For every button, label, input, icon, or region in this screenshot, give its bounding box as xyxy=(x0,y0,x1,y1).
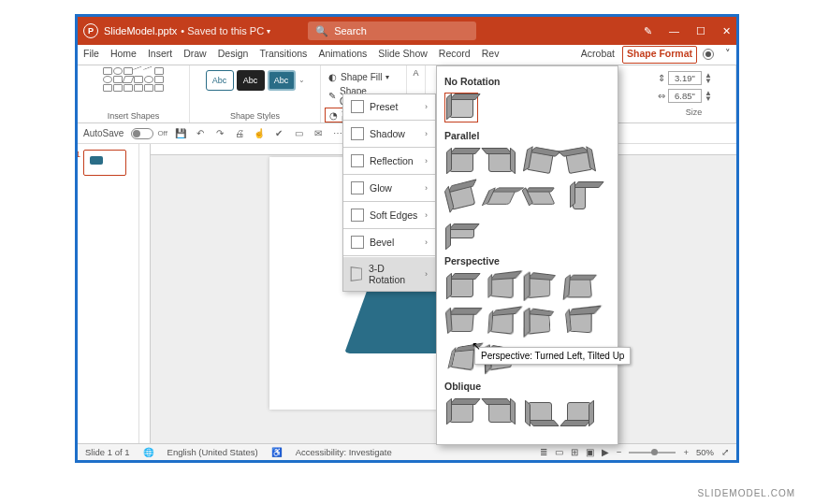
effects-shadow[interactable]: Shadow› xyxy=(343,122,435,146)
rotation-parallel-3[interactable] xyxy=(523,147,557,177)
tab-file[interactable]: File xyxy=(78,45,105,65)
new-icon[interactable]: ▭ xyxy=(293,127,305,139)
effects-reflection[interactable]: Reflection› xyxy=(343,149,435,173)
effects-preset[interactable]: Preset› xyxy=(343,94,435,119)
tab-animations[interactable]: Animations xyxy=(313,45,372,65)
rotation-oblique-1[interactable] xyxy=(444,397,478,427)
search-box[interactable]: 🔍 xyxy=(308,22,476,40)
print-icon[interactable]: 🖨 xyxy=(234,127,246,139)
tab-design[interactable]: Design xyxy=(212,45,254,65)
search-input[interactable] xyxy=(334,25,469,36)
autosave-label: AutoSave xyxy=(83,128,124,138)
rotation-perspective-1[interactable] xyxy=(444,272,478,302)
tab-slideshow[interactable]: Slide Show xyxy=(372,45,433,65)
effects-softedges[interactable]: Soft Edges› xyxy=(343,203,435,227)
tab-draw[interactable]: Draw xyxy=(178,45,212,65)
view-slideshow-icon[interactable]: ▶ xyxy=(602,447,609,457)
rotation-parallel-7[interactable] xyxy=(523,182,557,212)
search-icon: 🔍 xyxy=(315,25,328,37)
style-more[interactable]: ⌄ xyxy=(298,70,305,91)
status-bar: Slide 1 of 1 🌐 English (United States) ♿… xyxy=(78,443,736,460)
autosave-toggle[interactable] xyxy=(131,128,153,139)
effects-bevel[interactable]: Bevel› xyxy=(343,230,435,254)
ribbon-collapse[interactable]: ˅ xyxy=(720,45,736,65)
rotation-parallel-6[interactable] xyxy=(484,182,517,212)
section-oblique: Oblique xyxy=(444,381,610,392)
view-sorter-icon[interactable]: ⊞ xyxy=(571,447,578,457)
effects-glow[interactable]: Glow› xyxy=(343,176,435,200)
rotation-parallel-9[interactable] xyxy=(444,218,478,248)
undo-icon[interactable]: ↶ xyxy=(195,127,207,139)
style-preset-3[interactable]: Abc xyxy=(268,70,296,91)
view-reading-icon[interactable]: ▣ xyxy=(586,447,594,457)
tab-transitions[interactable]: Transitions xyxy=(254,45,313,65)
tab-record[interactable]: Record xyxy=(433,45,476,65)
style-preset-1[interactable]: Abc xyxy=(206,70,234,91)
width-input[interactable]: ⇔6.85"▲▼ xyxy=(658,89,712,103)
chevron-down-icon[interactable]: ▾ xyxy=(267,27,270,36)
record-icon[interactable] xyxy=(703,49,714,60)
slide-thumbnail-1[interactable] xyxy=(83,150,126,176)
shape-gallery[interactable] xyxy=(103,67,164,92)
ribbon-tabs: File Home Insert Draw Design Transitions… xyxy=(78,45,736,65)
minimize-button[interactable]: — xyxy=(669,25,679,36)
zoom-out[interactable]: − xyxy=(617,447,622,457)
watermark: SLIDEMODEL.COM xyxy=(697,488,795,498)
rotation-parallel-1[interactable] xyxy=(444,147,478,177)
tab-review[interactable]: Rev xyxy=(476,45,505,65)
email-icon[interactable]: ✉ xyxy=(313,127,325,139)
bevel-icon xyxy=(351,236,364,249)
rotation-perspective-4[interactable] xyxy=(562,272,596,302)
shadow-icon xyxy=(351,127,364,140)
zoom-in[interactable]: + xyxy=(683,447,689,457)
tab-acrobat[interactable]: Acrobat xyxy=(575,45,620,65)
maximize-button[interactable]: ☐ xyxy=(696,25,705,37)
rotation-oblique-4[interactable] xyxy=(562,397,596,427)
save-icon[interactable]: 💾 xyxy=(175,127,187,139)
save-status[interactable]: • Saved to this PC xyxy=(181,25,264,36)
close-button[interactable]: ✕ xyxy=(722,25,731,37)
view-normal-icon[interactable]: ▭ xyxy=(555,447,563,457)
rotation-parallel-8[interactable] xyxy=(562,182,596,212)
rotation-perspective-6[interactable] xyxy=(484,308,517,338)
touch-icon[interactable]: ☝ xyxy=(254,127,266,139)
bucket-icon: ◐ xyxy=(328,72,337,82)
rotation-perspective-5[interactable] xyxy=(444,308,478,338)
effects-icon: ◔ xyxy=(329,110,338,121)
slide-count[interactable]: Slide 1 of 1 xyxy=(85,447,130,457)
fit-icon[interactable]: ⤢ xyxy=(721,447,729,457)
spell-icon[interactable]: ✔ xyxy=(273,127,285,139)
height-input[interactable]: ⇕3.19"▲▼ xyxy=(658,71,712,85)
rotation-oblique-3[interactable] xyxy=(523,397,557,427)
style-preset-2[interactable]: Abc xyxy=(237,70,265,91)
pen-icon[interactable]: ✎ xyxy=(644,25,652,37)
tab-home[interactable]: Home xyxy=(105,45,142,65)
quick-style-icon[interactable]: A xyxy=(413,68,418,78)
tab-insert[interactable]: Insert xyxy=(142,45,178,65)
glow-icon xyxy=(351,181,364,194)
notes-button[interactable]: ≣ xyxy=(540,447,547,457)
rotation-oblique-2[interactable] xyxy=(484,397,517,427)
rotation-parallel-2[interactable] xyxy=(484,147,517,177)
rotation-parallel-4[interactable] xyxy=(562,147,596,177)
height-icon: ⇕ xyxy=(658,73,665,83)
rotation-perspective-3[interactable] xyxy=(523,272,557,302)
zoom-slider[interactable] xyxy=(629,452,676,454)
rotation-parallel-5[interactable] xyxy=(444,182,478,212)
app-window: P SlideModel.pptx • Saved to this PC ▾ 🔍… xyxy=(75,14,739,463)
language[interactable]: English (United States) xyxy=(167,447,258,457)
group-insert-shapes: Insert Shapes xyxy=(78,65,190,122)
redo-icon[interactable]: ↷ xyxy=(214,127,226,139)
rotation-none[interactable] xyxy=(444,93,478,122)
title-bar: P SlideModel.pptx • Saved to this PC ▾ 🔍… xyxy=(78,17,736,45)
cursor-icon: ↖ xyxy=(472,339,481,353)
rotation-perspective-8[interactable] xyxy=(562,308,596,338)
rotation-perspective-7[interactable] xyxy=(523,308,557,338)
rotation-perspective-2[interactable] xyxy=(484,272,517,302)
accessibility[interactable]: Accessibility: Investigate xyxy=(296,447,392,457)
tab-shape-format[interactable]: Shape Format xyxy=(622,46,697,64)
zoom-level[interactable]: 50% xyxy=(696,447,714,457)
shape-fill-dropdown[interactable]: ◐Shape Fill▾ xyxy=(325,69,393,84)
effects-3d-rotation[interactable]: 3-D Rotation› xyxy=(343,257,435,291)
pen-icon: ✎ xyxy=(328,91,336,101)
